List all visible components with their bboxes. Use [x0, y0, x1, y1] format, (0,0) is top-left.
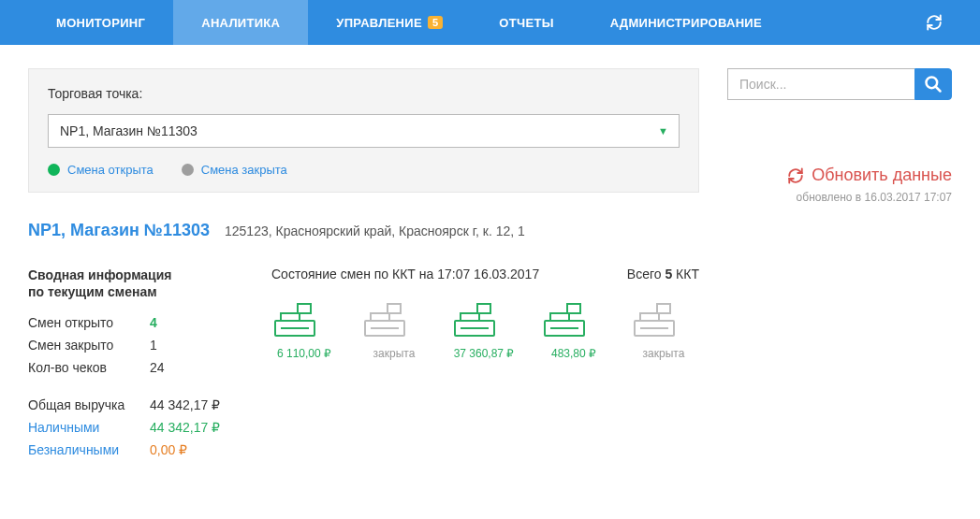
kkt-value: 37 360,87 ₽ [451, 347, 517, 360]
refresh-icon [926, 14, 943, 31]
svg-rect-5 [371, 313, 389, 321]
top-nav: МОНИТОРИНГ АНАЛИТИКА УПРАВЛЕНИЕ 5 ОТЧЕТЫ… [0, 0, 980, 45]
store-selector-label: Торговая точка: [48, 86, 680, 101]
store-select[interactable]: NP1, Магазин №11303 ▼ [48, 114, 680, 148]
store-address: 125123, Красноярский край, Красноярск г,… [225, 223, 525, 238]
cash-register-icon [271, 300, 337, 339]
kkt-total: Всего 5 ККТ [627, 267, 699, 281]
dot-green-icon [48, 164, 60, 176]
summary-row-cash: Наличными 44 342,17 ₽ [28, 420, 243, 435]
search-row [727, 68, 952, 100]
svg-rect-13 [550, 313, 569, 321]
nav-monitoring[interactable]: МОНИТОРИНГ [28, 0, 173, 45]
svg-rect-18 [657, 304, 670, 313]
kkt-item[interactable]: 483,80 ₽ [541, 300, 607, 360]
nav-management-label: УПРАВЛЕНИЕ [336, 16, 422, 30]
shift-legend: Смена открыта Смена закрыта [48, 163, 680, 177]
summary-row-total: Общая выручка 44 342,17 ₽ [28, 397, 243, 412]
svg-rect-17 [640, 313, 659, 321]
nav-analytics[interactable]: АНАЛИТИКА [173, 0, 308, 45]
kkt-state-title: Состояние смен по ККТ на 17:07 16.03.201… [271, 267, 539, 281]
svg-rect-10 [477, 304, 490, 313]
cash-register-icon [631, 300, 696, 339]
summary-row-noncash: Безналичными 0,00 ₽ [28, 442, 243, 457]
cash-register-icon [451, 300, 517, 339]
refresh-icon [787, 167, 804, 184]
kkt-list: 6 110,00 ₽ закрыта 37 360,87 ₽ 483,80 ₽ … [271, 300, 699, 360]
svg-rect-14 [567, 304, 580, 313]
refresh-timestamp: обновлено в 16.03.2017 17:07 [727, 191, 952, 204]
nav-management-badge: 5 [428, 16, 443, 29]
store-name[interactable]: NP1, Магазин №11303 [28, 221, 210, 240]
store-selector-panel: Торговая точка: NP1, Магазин №11303 ▼ См… [28, 68, 699, 193]
svg-rect-6 [388, 304, 401, 313]
summary-row-closed: Смен закрыто 1 [28, 338, 243, 353]
nav-refresh-button[interactable] [916, 0, 952, 45]
cash-register-icon [541, 300, 607, 339]
svg-rect-9 [461, 313, 479, 321]
search-button[interactable] [914, 68, 952, 100]
kkt-column: Состояние смен по ККТ на 17:07 16.03.201… [271, 267, 699, 360]
dot-gray-icon [182, 164, 194, 176]
search-icon [924, 75, 943, 94]
kkt-item[interactable]: закрыта [361, 300, 427, 360]
kkt-value: закрыта [361, 347, 427, 360]
kkt-item[interactable]: закрыта [631, 300, 696, 360]
nav-admin[interactable]: АДМИНИСТРИРОВАНИЕ [582, 0, 790, 45]
nav-management[interactable]: УПРАВЛЕНИЕ 5 [308, 0, 471, 45]
nav-reports[interactable]: ОТЧЕТЫ [471, 0, 581, 45]
refresh-data-label: Обновить данные [812, 166, 952, 185]
store-header: NP1, Магазин №11303 125123, Красноярский… [28, 221, 699, 240]
kkt-value: 483,80 ₽ [541, 347, 607, 360]
cash-register-icon [361, 300, 427, 339]
refresh-data-link[interactable]: Обновить данные [787, 166, 952, 185]
legend-shift-closed: Смена закрыта [182, 163, 287, 177]
legend-shift-open: Смена открыта [48, 163, 154, 177]
svg-rect-2 [298, 304, 311, 313]
store-select-value: NP1, Магазин №11303 [60, 123, 197, 138]
summary-title: Сводная информация по текущим сменам [28, 267, 243, 300]
chevron-down-icon: ▼ [658, 125, 668, 137]
search-input[interactable] [727, 68, 914, 100]
legend-closed-label: Смена закрыта [201, 163, 287, 177]
svg-line-21 [936, 87, 941, 92]
kkt-item[interactable]: 37 360,87 ₽ [451, 300, 517, 360]
kkt-item[interactable]: 6 110,00 ₽ [271, 300, 337, 360]
summary-column: Сводная информация по текущим сменам Сме… [28, 267, 243, 465]
summary-row-checks: Кол-во чеков 24 [28, 360, 243, 375]
kkt-value: 6 110,00 ₽ [271, 347, 337, 360]
kkt-value: закрыта [631, 347, 696, 360]
svg-rect-1 [281, 313, 300, 321]
summary-row-open: Смен открыто 4 [28, 315, 243, 330]
legend-open-label: Смена открыта [67, 163, 154, 177]
